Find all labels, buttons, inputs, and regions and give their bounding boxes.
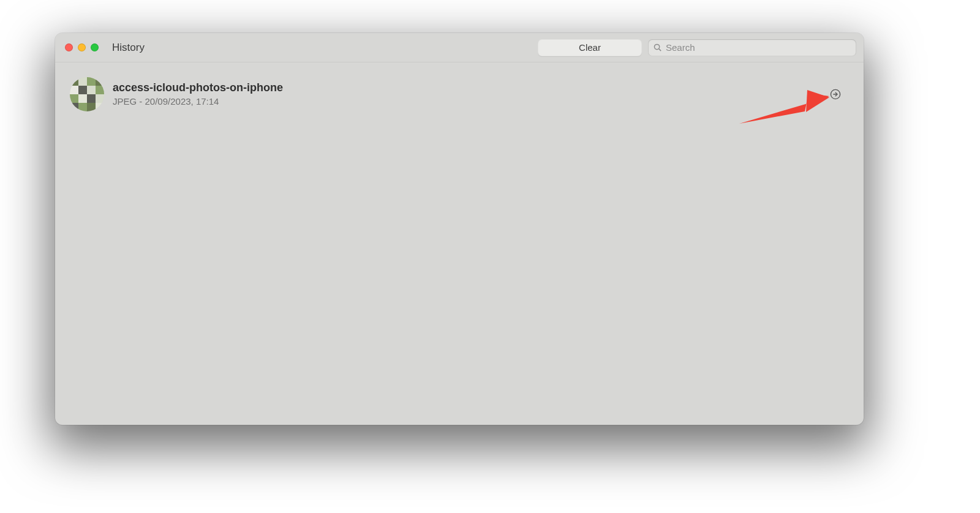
- svg-rect-17: [87, 103, 96, 111]
- open-item-button[interactable]: [829, 88, 842, 100]
- search-field[interactable]: [648, 39, 856, 56]
- svg-rect-8: [78, 86, 87, 94]
- svg-rect-18: [96, 103, 104, 111]
- svg-rect-10: [96, 86, 104, 94]
- window-title: History: [112, 42, 145, 54]
- svg-rect-9: [87, 86, 96, 94]
- svg-rect-14: [96, 94, 104, 103]
- search-icon: [653, 43, 662, 52]
- svg-line-1: [659, 49, 661, 51]
- svg-rect-11: [70, 94, 78, 103]
- minimize-window-button[interactable]: [78, 43, 86, 51]
- clear-button-label: Clear: [579, 42, 601, 53]
- svg-point-0: [654, 44, 659, 49]
- svg-rect-7: [70, 86, 78, 94]
- traffic-lights: [65, 43, 99, 51]
- svg-rect-3: [70, 77, 78, 86]
- history-window: History Clear: [55, 33, 864, 425]
- svg-rect-4: [78, 77, 87, 86]
- search-input[interactable]: [666, 42, 851, 53]
- svg-rect-5: [87, 77, 96, 86]
- svg-rect-13: [87, 94, 96, 103]
- history-row-title: access-icloud-photos-on-iphone: [113, 81, 821, 95]
- zoom-window-button[interactable]: [91, 43, 99, 51]
- svg-rect-15: [70, 103, 78, 111]
- close-window-button[interactable]: [65, 43, 73, 51]
- history-list: access-icloud-photos-on-iphone JPEG - 20…: [55, 62, 864, 425]
- history-row-text: access-icloud-photos-on-iphone JPEG - 20…: [113, 81, 821, 108]
- svg-rect-16: [78, 103, 87, 111]
- history-thumbnail: [70, 77, 104, 111]
- titlebar: History Clear: [55, 33, 864, 62]
- arrow-right-circle-icon: [829, 88, 842, 100]
- history-row[interactable]: access-icloud-photos-on-iphone JPEG - 20…: [67, 73, 851, 115]
- svg-rect-6: [96, 77, 104, 86]
- history-row-subtitle: JPEG - 20/09/2023, 17:14: [113, 95, 821, 108]
- clear-button[interactable]: Clear: [538, 39, 642, 56]
- svg-rect-12: [78, 94, 87, 103]
